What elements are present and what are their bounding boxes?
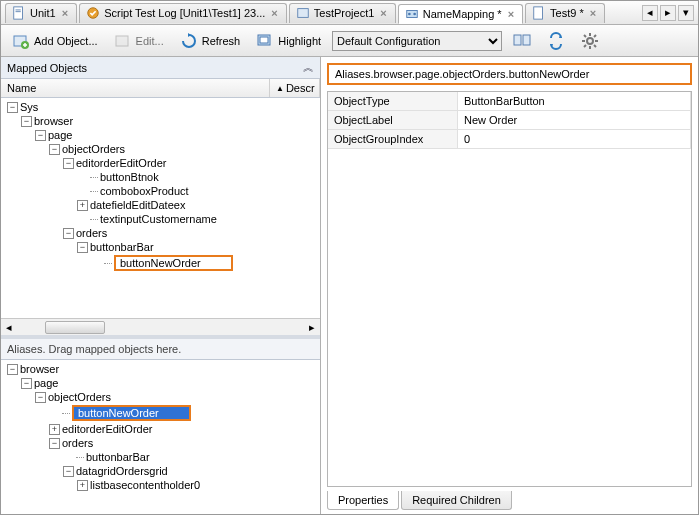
close-icon[interactable]: × xyxy=(506,8,516,20)
refresh-icon xyxy=(180,32,198,50)
col-name[interactable]: Name xyxy=(1,79,270,97)
svg-rect-14 xyxy=(514,35,521,45)
mapping-icon xyxy=(405,7,419,21)
scrollbar-thumb[interactable] xyxy=(45,321,105,334)
mapped-objects-title: Mapped Objects xyxy=(7,62,87,74)
tab-label: TestProject1 xyxy=(314,7,375,19)
prop-name: ObjectType xyxy=(328,92,458,111)
refresh-label: Refresh xyxy=(202,35,241,47)
log-icon xyxy=(86,6,100,20)
project-icon xyxy=(296,6,310,20)
tree-node-datefield[interactable]: +datefieldEditDateex xyxy=(75,198,320,212)
toolbar: Add Object... Edit... Refresh Highlight … xyxy=(1,25,698,57)
sync-icon xyxy=(547,32,565,50)
alias-objectorders[interactable]: −objectOrders xyxy=(33,390,320,404)
tree-node-browser[interactable]: −browser xyxy=(19,114,320,128)
tab-unit1[interactable]: Unit1 × xyxy=(5,3,77,23)
aliases-tree[interactable]: −browser −page −objectOrders buttonNewOr… xyxy=(1,360,320,514)
tab-label: Script Test Log [Unit1\Test1] 23... xyxy=(104,7,265,19)
edit-button[interactable]: Edit... xyxy=(109,29,169,53)
close-icon[interactable]: × xyxy=(269,7,279,19)
tree-node-buttonneworder[interactable]: buttonNewOrder xyxy=(89,254,320,272)
add-icon xyxy=(12,32,30,50)
prop-value[interactable]: 0 xyxy=(458,130,691,149)
prop-row: ObjectLabel New Order xyxy=(328,111,691,130)
tab-namemapping[interactable]: NameMapping * × xyxy=(398,4,523,24)
svg-rect-13 xyxy=(260,37,268,43)
alias-datagrid[interactable]: −datagridOrdersgrid xyxy=(61,464,320,478)
mapped-grid-header: Name ▲Descr xyxy=(1,79,320,98)
alias-path[interactable]: Aliases.browser.page.objectOrders.button… xyxy=(327,63,692,85)
svg-rect-15 xyxy=(523,35,530,45)
tree-node-buttonbtnok[interactable]: buttonBtnok xyxy=(75,170,320,184)
mapped-tree[interactable]: −Sys −browser −page −objectOrders −edito… xyxy=(1,98,320,318)
properties-grid[interactable]: ObjectType ButtonBarButton ObjectLabel N… xyxy=(327,91,692,487)
svg-line-23 xyxy=(584,45,586,47)
svg-line-21 xyxy=(584,35,586,37)
tree-node-sys[interactable]: −Sys xyxy=(5,100,320,114)
left-pane: Mapped Objects ︽ Name ▲Descr −Sys −brows… xyxy=(1,57,321,514)
tree-node-textinput[interactable]: textinputCustomername xyxy=(75,212,320,226)
mapped-objects-header: Mapped Objects ︽ xyxy=(1,57,320,79)
collapse-toggle[interactable]: − xyxy=(7,102,18,113)
prop-value[interactable]: ButtonBarButton xyxy=(458,92,691,111)
alias-browser[interactable]: −browser xyxy=(5,362,320,376)
svg-rect-0 xyxy=(14,7,23,19)
tree-node-page[interactable]: −page xyxy=(33,128,320,142)
properties-tab[interactable]: Properties xyxy=(327,491,399,510)
alias-editorder[interactable]: +editorderEditOrder xyxy=(47,422,320,436)
tree-node-buttonbar[interactable]: −buttonbarBar xyxy=(75,240,320,254)
tab-label: NameMapping * xyxy=(423,8,502,20)
right-pane: Aliases.browser.page.objectOrders.button… xyxy=(321,57,698,514)
tab-list-dropdown[interactable]: ▾ xyxy=(678,5,694,21)
alias-listbase[interactable]: +listbasecontentholder0 xyxy=(75,478,320,492)
tab-testproject[interactable]: TestProject1 × xyxy=(289,3,396,23)
tab-scroll-left[interactable]: ◂ xyxy=(642,5,658,21)
edit-label: Edit... xyxy=(136,35,164,47)
svg-line-24 xyxy=(594,35,596,37)
tab-nav: ◂ ▸ ▾ xyxy=(642,5,694,21)
tab-scroll-right[interactable]: ▸ xyxy=(660,5,676,21)
highlight-icon xyxy=(256,32,274,50)
svg-rect-2 xyxy=(16,11,21,12)
edit-icon xyxy=(114,32,132,50)
tree-node-editorder[interactable]: −editorderEditOrder xyxy=(61,156,320,170)
prop-name: ObjectLabel xyxy=(328,111,458,130)
collapse-icon[interactable]: ︽ xyxy=(303,60,314,75)
highlight-label: Highlight xyxy=(278,35,321,47)
tab-scriptlog[interactable]: Script Test Log [Unit1\Test1] 23... × xyxy=(79,3,287,23)
prop-value[interactable]: New Order xyxy=(458,111,691,130)
compare-button[interactable] xyxy=(508,29,536,53)
tab-test9[interactable]: Test9 * × xyxy=(525,3,605,23)
prop-row: ObjectGroupIndex 0 xyxy=(328,130,691,149)
prop-name: ObjectGroupIndex xyxy=(328,130,458,149)
svg-rect-11 xyxy=(116,36,128,46)
svg-point-6 xyxy=(408,12,411,15)
col-desc[interactable]: Descr xyxy=(286,82,315,94)
bottom-tabs: Properties Required Children xyxy=(321,491,698,514)
settings-button[interactable] xyxy=(576,29,604,53)
alias-page[interactable]: −page xyxy=(19,376,320,390)
close-icon[interactable]: × xyxy=(378,7,388,19)
close-icon[interactable]: × xyxy=(588,7,598,19)
svg-point-16 xyxy=(587,38,593,44)
highlight-button[interactable]: Highlight xyxy=(251,29,326,53)
tree-node-orders[interactable]: −orders xyxy=(61,226,320,240)
svg-point-7 xyxy=(413,12,416,15)
required-children-tab[interactable]: Required Children xyxy=(401,491,512,510)
alias-buttonneworder[interactable]: buttonNewOrder xyxy=(47,404,320,422)
config-select[interactable]: Default Configuration xyxy=(332,31,502,51)
alias-orders[interactable]: −orders xyxy=(47,436,320,450)
aliases-hint: Aliases. Drag mapped objects here. xyxy=(1,339,320,360)
tree-node-objectorders[interactable]: −objectOrders xyxy=(47,142,320,156)
add-object-label: Add Object... xyxy=(34,35,98,47)
add-object-button[interactable]: Add Object... xyxy=(7,29,103,53)
tab-label: Test9 * xyxy=(550,7,584,19)
tree-node-combobox[interactable]: comboboxProduct xyxy=(75,184,320,198)
sync-button[interactable] xyxy=(542,29,570,53)
close-icon[interactable]: × xyxy=(60,7,70,19)
alias-buttonbar[interactable]: buttonbarBar xyxy=(61,450,320,464)
refresh-button[interactable]: Refresh xyxy=(175,29,246,53)
svg-rect-8 xyxy=(534,7,543,19)
h-scrollbar[interactable]: ◂ ▸ xyxy=(1,318,320,335)
